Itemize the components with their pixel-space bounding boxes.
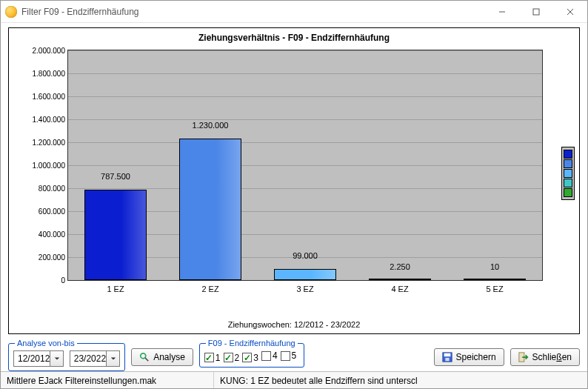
svg-rect-3: [444, 353, 450, 356]
checkbox-label: 5: [292, 350, 297, 361]
bar-value-label: 99.000: [261, 251, 350, 260]
x-tick-label: 5 EZ: [486, 285, 503, 293]
maximize-button[interactable]: [519, 1, 553, 23]
y-tick-label: 800.000: [25, 184, 65, 193]
bar-value-label: 1.230.000: [166, 121, 255, 130]
y-tick-label: 2.000.000: [25, 47, 65, 55]
y-axis-labels: 0200.000400.000600.000800.0001.000.0001.…: [25, 50, 65, 280]
status-left: Mittlere EJack Filtereinstellungen.mak: [1, 372, 214, 389]
checkbox-box: [242, 353, 252, 362]
x-tick-label: 1 EZ: [107, 285, 124, 293]
bar-value-label: 787.500: [71, 172, 160, 181]
chart-title: Ziehungsverhältnis - F09 - Endziffernhäu…: [9, 28, 579, 46]
checkbox-label: 1: [216, 353, 221, 363]
bar-value-label: 2.250: [355, 262, 444, 271]
svg-point-1: [141, 353, 146, 359]
legend-swatch: [564, 150, 572, 159]
gridline: [68, 96, 542, 97]
gridline: [68, 119, 542, 120]
to-week-combo[interactable]: 23/2022: [70, 350, 120, 367]
filter-checkbox-2[interactable]: 2: [224, 353, 240, 363]
x-tick-label: 3 EZ: [296, 285, 313, 293]
checkbox-label: 3: [253, 353, 258, 363]
bar-value-label: 10: [450, 262, 539, 271]
minimize-button[interactable]: [485, 1, 519, 23]
save-button[interactable]: Speichern: [434, 348, 504, 366]
close-button-label: Schließen: [532, 352, 572, 362]
magnifier-icon: [139, 352, 150, 362]
plot-area: 787.5001.230.00099.0002.25010: [68, 50, 542, 280]
filter-group-label: F09 - Endziffernhäufung: [206, 339, 298, 348]
close-button[interactable]: Schließen: [510, 348, 580, 366]
analyse-range-group: Analyse von-bis 12/2012 23/2022: [8, 339, 125, 371]
gridline: [68, 165, 542, 166]
to-week-value: 23/2022: [74, 353, 106, 364]
content-area: Ziehungsverhältnis - F09 - Endziffernhäu…: [1, 23, 587, 337]
titlebar: Filter F09 - Endziffernhäufung: [1, 1, 587, 23]
filter-checkbox-5[interactable]: 5: [281, 350, 297, 361]
legend-swatch: [564, 188, 572, 197]
filter-group: F09 - Endziffernhäufung 12345: [199, 339, 304, 368]
status-right: KUNG: 1 EZ bedeutet alle Endziffern sind…: [214, 372, 587, 389]
gridline: [68, 188, 542, 189]
from-week-value: 12/2012: [18, 353, 50, 364]
plot-wrap: 0200.000400.000600.000800.0001.000.0001.…: [25, 50, 542, 299]
y-tick-label: 600.000: [25, 207, 65, 216]
checkbox-box: [224, 353, 233, 362]
y-tick-label: 1.400.000: [25, 116, 65, 124]
analyse-range-label: Analyse von-bis: [15, 339, 77, 348]
statusbar: Mittlere EJack Filtereinstellungen.mak K…: [1, 371, 587, 389]
save-button-label: Speichern: [456, 352, 496, 362]
from-week-combo[interactable]: 12/2012: [13, 350, 64, 367]
legend-swatch: [564, 169, 572, 178]
filter-checkbox-3[interactable]: 3: [242, 353, 258, 363]
y-tick-label: 0: [25, 276, 65, 285]
y-tick-label: 1.000.000: [25, 162, 65, 170]
filter-checkbox-1[interactable]: 1: [204, 353, 221, 363]
dropdown-icon: [106, 351, 119, 366]
legend-swatch: [564, 159, 572, 168]
app-icon: [5, 6, 17, 18]
x-tick-label: 2 EZ: [201, 285, 218, 293]
checkbox-label: 2: [235, 353, 240, 363]
bar: [179, 139, 241, 280]
y-tick-label: 1.200.000: [25, 139, 65, 147]
bar: [464, 279, 526, 280]
x-tick-label: 4 EZ: [391, 285, 408, 293]
svg-rect-4: [445, 358, 449, 361]
filter-checkbox-4[interactable]: 4: [261, 350, 278, 361]
y-tick-label: 1.600.000: [25, 93, 65, 101]
bar: [274, 269, 336, 280]
checkbox-box: [261, 351, 271, 361]
bar: [369, 279, 431, 280]
x-axis-labels: 1 EZ2 EZ3 EZ4 EZ5 EZ: [68, 283, 542, 299]
checkbox-box: [204, 353, 214, 362]
analyse-button[interactable]: Analyse: [131, 348, 193, 366]
legend: [561, 147, 575, 200]
close-window-button[interactable]: [553, 1, 587, 23]
chart-frame: Ziehungsverhältnis - F09 - Endziffernhäu…: [8, 27, 580, 334]
controls-row: Analyse von-bis 12/2012 23/2022 Analyse …: [1, 337, 587, 371]
dropdown-icon: [50, 351, 63, 366]
checkbox-label: 4: [273, 350, 278, 361]
bar: [84, 190, 147, 280]
x-axis-subtitle: Ziehungswochen: 12/2012 - 23/2022: [9, 320, 579, 329]
svg-rect-0: [533, 9, 539, 15]
legend-swatch: [564, 179, 572, 187]
analyse-button-label: Analyse: [153, 352, 185, 362]
gridline: [68, 142, 542, 143]
floppy-icon: [442, 352, 452, 362]
y-tick-label: 400.000: [25, 230, 65, 239]
y-tick-label: 200.000: [25, 253, 65, 262]
window-title: Filter F09 - Endziffernhäufung: [21, 7, 139, 17]
exit-icon: [518, 352, 529, 362]
gridline: [68, 50, 542, 51]
y-tick-label: 1.800.000: [25, 70, 65, 78]
gridline: [68, 73, 542, 74]
checkbox-box: [281, 351, 290, 361]
